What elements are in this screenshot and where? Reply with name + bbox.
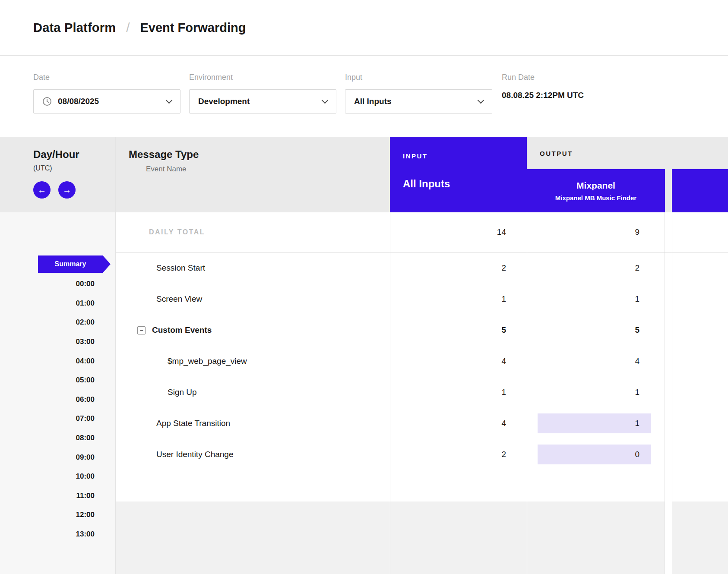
- output-column-partial: [672, 137, 728, 212]
- highlighted-output-cell: 1: [538, 413, 651, 433]
- row-output-value: 0: [635, 450, 639, 459]
- event-name-subtitle: Event Name: [129, 165, 390, 173]
- hour-item[interactable]: 12:00: [0, 505, 115, 525]
- grid-header: Message Type Event Name INPUT All Inputs…: [116, 137, 728, 212]
- output-column-header-partial[interactable]: [672, 169, 728, 212]
- output-column-header-mixpanel[interactable]: Mixpanel Mixpanel MB Music Finder: [527, 169, 665, 212]
- row-name: $mp_web_page_view: [168, 356, 247, 366]
- row-input-value: 4: [390, 408, 527, 439]
- message-type-title: Message Type: [129, 148, 390, 161]
- table-row-mp-web-page-view: $mp_web_page_view 4 4: [116, 346, 728, 377]
- row-name: Sign Up: [168, 388, 197, 397]
- daily-total-label: DAILY TOTAL: [116, 212, 390, 252]
- body-spacer: [116, 470, 728, 501]
- input-filter: Input All Inputs: [345, 73, 492, 137]
- row-name: App State Transition: [156, 419, 230, 428]
- forwarding-grid: Day/Hour (UTC) ← → Summary 00:00 01:00 0…: [0, 137, 728, 574]
- hour-item[interactable]: 04:00: [0, 351, 115, 371]
- environment-dropdown[interactable]: Development: [189, 89, 336, 114]
- row-output-value: 4: [635, 356, 639, 366]
- input-dropdown[interactable]: All Inputs: [345, 89, 492, 114]
- row-output-value: 2: [635, 263, 639, 273]
- date-dropdown[interactable]: 08/08/2025: [33, 89, 180, 114]
- page-title: Event Forwarding: [140, 21, 246, 35]
- hour-item[interactable]: 03:00: [0, 332, 115, 352]
- row-name: Custom Events: [152, 325, 212, 335]
- hour-item[interactable]: 10:00: [0, 467, 115, 486]
- column-gap: [665, 137, 672, 212]
- row-name: User Identity Change: [156, 450, 234, 459]
- environment-filter-label: Environment: [189, 73, 336, 82]
- table-row-session-start: Session Start 2 2: [116, 252, 728, 284]
- breadcrumb-section[interactable]: Data Platform: [33, 21, 116, 35]
- row-input-value: 1: [390, 284, 527, 315]
- environment-filter: Environment Development: [189, 73, 336, 137]
- date-filter: Date 08/08/2025: [33, 73, 180, 137]
- output-label: OUTPUT: [540, 150, 665, 157]
- arrow-left-icon: ←: [38, 185, 46, 195]
- input-dropdown-value: All Inputs: [354, 97, 478, 106]
- clock-icon: [42, 97, 52, 106]
- arrow-right-icon: →: [63, 185, 71, 195]
- row-input-value: 2: [390, 439, 527, 470]
- row-output-value: 1: [635, 294, 639, 304]
- table-row-app-state-transition: App State Transition 4 1: [116, 408, 728, 439]
- environment-dropdown-value: Development: [198, 97, 323, 106]
- daily-total-row: DAILY TOTAL 14 9: [116, 212, 728, 252]
- table-row-screen-view: Screen View 1 1: [116, 284, 728, 315]
- chevron-down-icon: [322, 97, 329, 104]
- row-input-value: 2: [390, 252, 527, 284]
- hour-item[interactable]: 13:00: [0, 525, 115, 544]
- chevron-down-icon: [478, 97, 484, 104]
- table-row-custom-events: − Custom Events 5 5: [116, 315, 728, 346]
- highlighted-output-cell: 0: [538, 445, 651, 464]
- day-hour-column: Day/Hour (UTC) ← → Summary 00:00 01:00 0…: [0, 137, 116, 574]
- date-dropdown-value: 08/08/2025: [58, 97, 167, 106]
- grid-content: Message Type Event Name INPUT All Inputs…: [116, 137, 728, 574]
- message-type-header: Message Type Event Name: [116, 137, 390, 212]
- day-hour-title: Day/Hour: [33, 148, 115, 161]
- day-hour-header: Day/Hour (UTC) ← →: [0, 137, 115, 212]
- breadcrumb-separator: /: [126, 20, 130, 35]
- input-column-header: INPUT All Inputs: [390, 137, 527, 212]
- row-input-value: 5: [390, 315, 527, 346]
- input-filter-label: Input: [345, 73, 492, 82]
- row-output-value: 1: [635, 388, 639, 397]
- breadcrumb: Data Platform / Event Forwarding: [0, 0, 728, 56]
- hour-item[interactable]: 02:00: [0, 313, 115, 332]
- hour-item[interactable]: 05:00: [0, 371, 115, 390]
- chevron-down-icon: [166, 97, 173, 104]
- hour-item[interactable]: 09:00: [0, 448, 115, 467]
- filter-bar: Date 08/08/2025 Environment Development …: [0, 56, 728, 137]
- previous-day-button[interactable]: ←: [33, 181, 51, 199]
- output-section-header: OUTPUT Mixpanel Mixpanel MB Music Finder: [527, 137, 665, 212]
- table-row-sign-up: Sign Up 1 1: [116, 377, 728, 408]
- row-name: Screen View: [156, 294, 202, 304]
- row-name: Session Start: [156, 263, 205, 273]
- daily-total-output-value: 9: [635, 227, 639, 237]
- day-hour-subtitle: (UTC): [33, 164, 115, 172]
- table-row-user-identity-change: User Identity Change 2 0: [116, 439, 728, 470]
- run-date-value: 08.08.25 2:12PM UTC: [502, 91, 584, 100]
- run-date: Run Date 08.08.25 2:12PM UTC: [502, 73, 584, 137]
- hour-item[interactable]: 00:00: [0, 274, 115, 294]
- grid-footer: [116, 501, 728, 574]
- hour-item[interactable]: 01:00: [0, 294, 115, 313]
- collapse-icon[interactable]: −: [137, 326, 146, 334]
- hour-item[interactable]: 07:00: [0, 409, 115, 429]
- hour-item[interactable]: 06:00: [0, 390, 115, 410]
- row-output-value: 1: [635, 419, 639, 428]
- daily-total-input-value: 14: [390, 212, 527, 252]
- row-input-value: 1: [390, 377, 527, 408]
- hour-item[interactable]: 11:00: [0, 486, 115, 506]
- summary-badge[interactable]: Summary: [38, 255, 103, 273]
- row-input-value: 4: [390, 346, 527, 377]
- date-filter-label: Date: [33, 73, 180, 82]
- run-date-label: Run Date: [502, 73, 584, 82]
- hour-item[interactable]: 08:00: [0, 429, 115, 448]
- row-output-value: 5: [635, 325, 639, 335]
- hour-list: Summary 00:00 01:00 02:00 03:00 04:00 05…: [0, 212, 115, 574]
- next-day-button[interactable]: →: [58, 181, 76, 199]
